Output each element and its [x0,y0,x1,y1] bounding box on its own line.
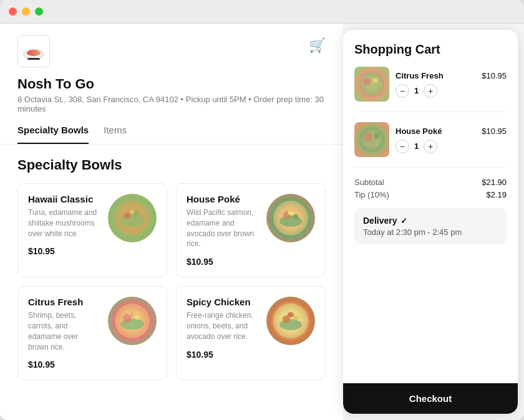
qty-value-citrus: 1 [414,86,419,95]
cart-header-button[interactable]: 🛒 [309,37,326,54]
food-desc-house: Wild Pacific salmon, edamame and avocado… [187,208,259,249]
svg-point-30 [374,133,379,138]
qty-decrease-house[interactable]: − [395,140,409,153]
svg-point-5 [124,212,130,219]
food-name-hawaii: Hawaii Classic [28,194,100,204]
svg-point-7 [130,210,134,214]
checkout-button[interactable]: Checkout [343,383,518,414]
maximize-button[interactable] [35,7,43,16]
food-grid: Hawaii Classic Tuna, edamame and shiitak… [0,183,343,380]
tip-row: Tip (10%) $2.19 [354,190,507,199]
qty-increase-citrus[interactable]: + [424,84,437,98]
section-title: Specialty Bowls [0,157,343,183]
cart-item-image-house [354,122,389,157]
cart-bowl-house [354,122,389,157]
cart-item-name-citrus: Citrus Fresh [395,71,444,80]
food-card-citrus-fresh[interactable]: Citrus Fresh Shrimp, beets, carrots, and… [17,286,167,380]
cart-item-details-citrus: Citrus Fresh $10.95 − 1 + [395,71,507,98]
cart-item-price-house: $10.95 [482,126,507,136]
food-card-spicy-chicken[interactable]: Spicy Chicken Free-range chicken, onions… [176,286,326,380]
delivery-title: Delivery ✓ [363,216,498,226]
app-window: 🛒 Nosh To Go 8 Octavia St., 308, San Fra… [0,0,524,420]
svg-point-4 [120,214,145,227]
svg-point-22 [288,312,294,317]
food-info-spicy: Spicy Chicken Free-range chicken, onions… [187,297,259,359]
svg-point-26 [373,78,378,83]
bowl-illustration-house [272,199,309,237]
svg-point-1 [27,50,41,56]
qty-control-house: − 1 + [395,140,507,153]
svg-point-6 [133,211,138,216]
food-price-citrus: $10.95 [28,360,100,370]
food-image-spicy [266,297,315,345]
cart-item-name-house: House Poké [395,126,442,136]
food-info-hawaii: Hawaii Classic Tuna, edamame and shiitak… [28,194,100,256]
delivery-label: Delivery [363,216,397,226]
cart-panel: Shopping Cart Citrus Fresh [343,30,518,414]
cart-title: Shopping Cart [354,42,507,57]
food-price-spicy: $10.95 [187,350,259,360]
food-image-house [266,194,315,242]
left-panel: 🛒 Nosh To Go 8 Octavia St., 308, San Fra… [0,24,343,420]
svg-point-19 [279,319,302,330]
cart-inner: Shopping Cart Citrus Fresh [343,30,518,383]
bowl-illustration-hawaii [114,199,151,237]
nav-tabs: Specialty Bowls Items [0,113,343,145]
tab-specialty-bowls[interactable]: Specialty Bowls [17,125,89,144]
cart-bowl-citrus [354,67,389,102]
cart-item-image-citrus [354,67,389,102]
bowl-illustration-citrus [114,302,151,340]
svg-point-28 [359,127,384,152]
food-card-hawaii-classic[interactable]: Hawaii Classic Tuna, edamame and shiitak… [17,183,167,277]
food-desc-citrus: Shrimp, beets, carrots, and edamame over… [28,310,100,352]
store-header: 🛒 [0,24,343,67]
food-price-hawaii: $10.95 [28,246,100,256]
minimize-button[interactable] [22,7,30,16]
close-button[interactable] [9,7,17,16]
qty-value-house: 1 [414,141,419,151]
qty-decrease-citrus[interactable]: − [395,84,409,98]
cart-item-price-citrus: $10.95 [482,71,507,80]
cart-item-house: House Poké $10.95 − 1 + [354,122,507,168]
bowl-illustration-spicy [272,302,309,340]
svg-point-16 [135,315,140,320]
delivery-time: Today at 2:30 pm - 2:45 pm [363,227,498,237]
food-card-house-poke[interactable]: House Poké Wild Pacific salmon, edamame … [176,183,326,277]
food-info-house: House Poké Wild Pacific salmon, edamame … [187,194,259,267]
main-content: 🛒 Nosh To Go 8 Octavia St., 308, San Fra… [0,24,524,420]
svg-point-11 [293,214,298,219]
qty-control-citrus: − 1 + [395,84,507,98]
cart-item-citrus: Citrus Fresh $10.95 − 1 + [354,67,507,112]
food-desc-hawaii: Tuna, edamame and shiitake mushrooms ove… [28,208,100,239]
svg-point-21 [293,315,298,320]
store-name: Nosh To Go [17,76,326,92]
svg-point-9 [279,216,302,227]
svg-point-15 [123,314,132,323]
subtotal-row: Subtotal $21.90 [354,178,507,187]
store-meta: 8 Octavia St., 308, San Francisco, CA 94… [17,95,326,113]
food-name-citrus: Citrus Fresh [28,297,100,307]
food-name-house: House Poké [187,194,259,204]
svg-point-17 [130,313,134,317]
delivery-check-icon: ✓ [400,216,407,226]
tip-label: Tip (10%) [354,190,389,199]
subtotal-label: Subtotal [354,178,384,187]
food-image-hawaii [108,194,157,242]
food-image-citrus [108,297,157,345]
store-logo [17,35,50,67]
svg-point-24 [359,72,384,97]
logo-bowl-icon [22,42,45,60]
svg-point-29 [364,133,372,141]
delivery-box[interactable]: Delivery ✓ Today at 2:30 pm - 2:45 pm [354,208,507,244]
svg-point-25 [363,78,371,85]
food-info-citrus: Citrus Fresh Shrimp, beets, carrots, and… [28,297,100,370]
subtotal-value: $21.90 [482,178,507,187]
tip-value: $2.19 [486,190,507,199]
svg-rect-2 [27,58,40,60]
food-desc-spicy: Free-range chicken, onions, beets, and a… [187,310,259,341]
food-name-spicy: Spicy Chicken [187,297,259,307]
title-bar [0,0,524,24]
tab-items[interactable]: Items [104,125,127,144]
qty-increase-house[interactable]: + [424,140,437,153]
store-info: Nosh To Go 8 Octavia St., 308, San Franc… [0,67,343,113]
